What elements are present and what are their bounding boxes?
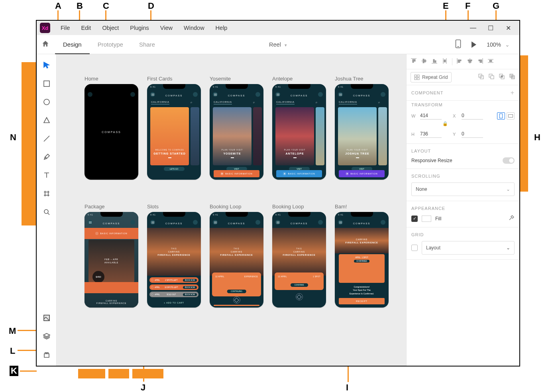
scrolling-select[interactable]: None ⌄ (411, 182, 515, 196)
boolean-intersect-icon[interactable] (499, 73, 505, 81)
window-maximize-icon[interactable]: ☐ (487, 24, 495, 32)
align-vcenter-icon[interactable] (421, 58, 427, 65)
y-input[interactable] (462, 130, 483, 138)
width-input[interactable] (420, 112, 442, 120)
x-input[interactable] (462, 112, 483, 120)
tab-share[interactable]: Share (131, 35, 163, 54)
select-tool-icon[interactable] (43, 61, 51, 69)
artboard[interactable]: 9:41 COMPASS CALIFORNIA ⌕ PLAN YOUR VISI… (335, 84, 389, 180)
artboard-title[interactable]: Slots (147, 204, 201, 210)
artboard[interactable]: 9:41 COMPASS CALIFORNIA ⌕ PLAN YOUR VISI… (272, 84, 326, 180)
menu-view[interactable]: View (155, 21, 178, 35)
search-icon (318, 92, 323, 97)
tab-design[interactable]: Design (55, 35, 90, 54)
eyedropper-icon[interactable] (508, 215, 515, 222)
svg-rect-24 (458, 60, 461, 61)
document-title[interactable]: Reel ▾ (269, 41, 287, 48)
window-close-icon[interactable]: ✕ (504, 24, 512, 32)
artboard[interactable]: 9:41 COMPASS BASIC INFORMATION FEB – APR… (84, 212, 138, 308)
align-hcenter-icon[interactable] (467, 58, 473, 65)
annotation-B: B (77, 1, 83, 11)
annotation-G: G (493, 1, 499, 11)
text-tool-icon[interactable] (43, 171, 51, 179)
artboard-wrap: Yosemite 9:41 COMPASS CALIFORNIA ⌕ PLAN … (210, 76, 263, 180)
menu-help[interactable]: Help (210, 21, 233, 35)
canvas[interactable]: Home COMPASS First Cards 9:41 COMPASS (57, 54, 406, 366)
artboard[interactable]: 9:41 COMPASS THIS CARFINS FIREFALL EXPER… (147, 212, 201, 308)
artboard-title[interactable]: Home (84, 76, 138, 82)
distribute-v-icon[interactable] (442, 58, 448, 65)
menu-plugins[interactable]: Plugins (124, 21, 155, 35)
artboard-title[interactable]: Booking Loop (210, 204, 263, 210)
boolean-subtract-icon[interactable] (488, 73, 495, 81)
add-component-icon[interactable]: + (511, 89, 515, 96)
menu-object[interactable]: Object (96, 21, 124, 35)
fill-swatch[interactable] (422, 216, 431, 222)
annotation-E: E (443, 1, 449, 11)
align-tools (407, 54, 519, 69)
align-bottom-icon[interactable] (431, 58, 438, 65)
artboard[interactable]: 9:41 COMPASS CALIFORNIA ⌕ PLAN YOUR VISI… (210, 84, 263, 180)
align-right-icon[interactable] (477, 58, 483, 65)
annotation-C: C (103, 1, 109, 11)
svg-rect-15 (423, 59, 424, 63)
menu-file[interactable]: File (55, 21, 75, 35)
annotation-H: H (534, 132, 540, 143)
tab-prototype[interactable]: Prototype (90, 35, 131, 54)
artboard-title[interactable]: Bam! (335, 204, 389, 210)
zoom-tool-icon[interactable] (43, 208, 51, 216)
ellipse-tool-icon[interactable] (43, 98, 51, 106)
artboard-wrap: Bam! 9:41 COMPASS CARFINS FIREFALL EXPER… (335, 204, 389, 308)
responsive-resize-toggle[interactable] (503, 157, 515, 164)
align-top-icon[interactable] (411, 58, 417, 65)
zoom-control[interactable]: 100% ⌄ (487, 41, 510, 48)
artboard-title[interactable]: Joshua Tree (335, 76, 389, 82)
artboard-title[interactable]: Yosemite (210, 76, 263, 82)
search-icon (318, 220, 323, 225)
annotation-bar (22, 62, 36, 225)
svg-line-8 (48, 213, 49, 215)
artboard-title[interactable]: Antelope (272, 76, 326, 82)
artboard[interactable]: COMPASS (84, 84, 138, 180)
play-icon[interactable] (472, 41, 476, 48)
artboard-wrap: Package 9:41 COMPASS BASIC INFORMATION F… (84, 204, 138, 308)
artboard-title[interactable]: Booking Loop (272, 204, 326, 210)
artboard-wrap: Antelope 9:41 COMPASS CALIFORNIA ⌕ PLAN … (272, 76, 326, 180)
artboard-tool-icon[interactable] (43, 190, 51, 198)
boolean-add-icon[interactable] (478, 73, 484, 81)
artboard[interactable]: 9:41 COMPASS THIS CARFINS FIREFALL EXPER… (272, 212, 326, 308)
rectangle-tool-icon[interactable] (43, 80, 51, 88)
grid-checkbox[interactable] (411, 245, 418, 251)
portrait-icon[interactable] (497, 112, 505, 120)
home-icon[interactable] (41, 40, 49, 49)
menu-window[interactable]: Window (178, 21, 210, 35)
menu-edit[interactable]: Edit (75, 21, 96, 35)
brand-text: COMPASS (102, 131, 121, 133)
artboard[interactable]: 9:41 COMPASS CARFINS FIREFALL EXPERIENCE… (335, 212, 389, 308)
line-tool-icon[interactable] (43, 135, 51, 143)
window-minimize-icon[interactable]: — (469, 24, 477, 31)
artboard-title[interactable]: Package (84, 204, 138, 210)
polygon-tool-icon[interactable] (43, 116, 51, 124)
align-left-icon[interactable] (456, 58, 463, 65)
pen-tool-icon[interactable] (43, 153, 51, 161)
artboard-title[interactable]: First Cards (147, 76, 201, 82)
lock-aspect-icon[interactable]: 🔒 (442, 121, 515, 126)
artboard[interactable]: 9:41 COMPASS THIS CARFINS FIREFALL EXPER… (210, 212, 263, 308)
assets-panel-icon[interactable] (43, 314, 51, 322)
boolean-exclude-icon[interactable] (509, 73, 515, 81)
device-preview-icon[interactable] (455, 39, 461, 49)
annotation-J: J (141, 382, 145, 392)
orientation-toggle[interactable] (497, 112, 515, 120)
landscape-icon[interactable] (507, 112, 515, 120)
height-input[interactable] (420, 130, 442, 138)
repeat-grid-button[interactable]: Repeat Grid (411, 72, 452, 82)
fill-checkbox[interactable]: ✓ (411, 216, 418, 222)
layers-panel-icon[interactable] (43, 332, 51, 340)
plugins-panel-icon[interactable] (43, 351, 51, 359)
annotation-bar (78, 369, 105, 378)
artboard[interactable]: 9:41 COMPASS CALIFORNIA ⌕ WELCOME TO COM… (147, 84, 201, 180)
grid-type-select[interactable]: Layout ⌄ (422, 241, 515, 255)
svg-rect-2 (44, 81, 49, 86)
distribute-h-icon[interactable] (487, 58, 494, 65)
